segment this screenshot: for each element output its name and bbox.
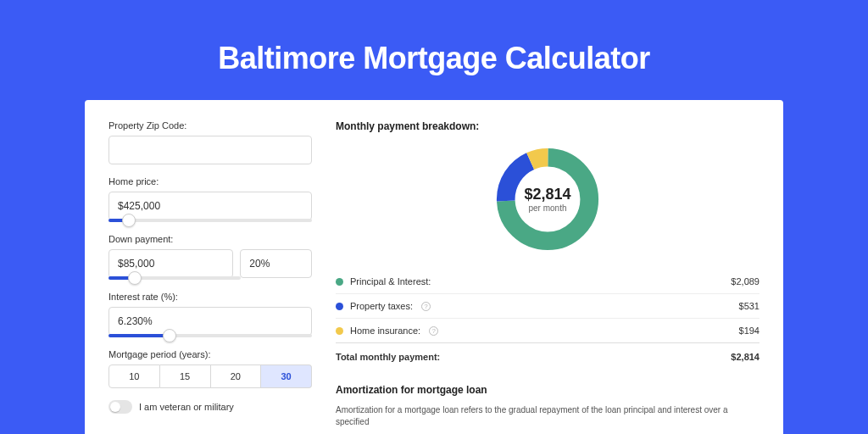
veteran-toggle[interactable] xyxy=(108,400,132,414)
zip-label: Property Zip Code: xyxy=(108,120,312,131)
home-price-input[interactable] xyxy=(108,192,312,220)
legend-label: Property taxes: xyxy=(350,301,413,311)
legend-row: Home insurance:?$194 xyxy=(336,318,760,342)
donut-center: $2,814 per month xyxy=(524,186,570,213)
period-field-group: Mortgage period (years): 10152030 xyxy=(108,349,312,388)
veteran-row: I am veteran or military xyxy=(108,400,312,414)
legend-dot-icon xyxy=(336,278,343,286)
interest-slider-thumb[interactable] xyxy=(163,329,176,342)
zip-input[interactable] xyxy=(108,136,312,164)
legend-row: Principal & Interest:$2,089 xyxy=(336,270,760,293)
period-button-30[interactable]: 30 xyxy=(261,364,312,388)
legend-dot-icon xyxy=(336,303,343,310)
legend-dot-icon xyxy=(336,327,343,335)
interest-slider[interactable] xyxy=(108,334,312,337)
amortization-text: Amortization for a mortgage loan refers … xyxy=(336,404,760,428)
down-payment-field-group: Down payment: xyxy=(108,234,312,280)
down-payment-input[interactable] xyxy=(108,249,233,278)
down-payment-slider-thumb[interactable] xyxy=(128,271,142,285)
home-price-slider[interactable] xyxy=(108,219,312,222)
period-label: Mortgage period (years): xyxy=(108,349,312,359)
zip-field-group: Property Zip Code: xyxy=(108,120,312,164)
legend-value: $2,089 xyxy=(731,276,760,287)
donut-wrap: $2,814 per month xyxy=(336,144,760,254)
interest-slider-fill xyxy=(108,334,170,337)
down-payment-slider[interactable] xyxy=(108,276,241,280)
page-title: Baltimore Mortgage Calculator xyxy=(85,41,783,76)
legend-total-value: $2,814 xyxy=(731,352,760,362)
legend-value: $194 xyxy=(739,326,760,336)
info-icon[interactable]: ? xyxy=(421,302,431,311)
legend-total-row: Total monthly payment: $2,814 xyxy=(336,342,760,369)
period-button-10[interactable]: 10 xyxy=(108,364,160,388)
down-payment-label: Down payment: xyxy=(108,234,312,244)
donut-amount: $2,814 xyxy=(524,186,570,203)
calculator-card: Property Zip Code: Home price: Down paym… xyxy=(85,100,783,434)
form-column: Property Zip Code: Home price: Down paym… xyxy=(108,120,312,434)
legend-label: Home insurance: xyxy=(350,326,420,336)
home-price-field-group: Home price: xyxy=(108,176,312,222)
breakdown-column: Monthly payment breakdown: $2,814 per mo… xyxy=(336,120,760,434)
veteran-label: I am veteran or military xyxy=(139,402,234,412)
donut-chart: $2,814 per month xyxy=(492,144,603,254)
home-price-slider-thumb[interactable] xyxy=(122,214,136,227)
donut-sub: per month xyxy=(524,203,570,213)
period-buttons: 10152030 xyxy=(108,364,312,388)
home-price-label: Home price: xyxy=(108,176,312,186)
amortization-heading: Amortization for mortgage loan xyxy=(336,384,760,396)
toggle-knob xyxy=(110,402,120,412)
legend-value: $531 xyxy=(739,301,760,311)
legend: Principal & Interest:$2,089Property taxe… xyxy=(336,270,760,342)
interest-field-group: Interest rate (%): xyxy=(108,292,312,337)
info-icon[interactable]: ? xyxy=(429,326,438,336)
period-button-15[interactable]: 15 xyxy=(160,364,211,388)
legend-label: Principal & Interest: xyxy=(350,276,431,287)
legend-row: Property taxes:?$531 xyxy=(336,293,760,318)
period-button-20[interactable]: 20 xyxy=(211,364,262,388)
amortization-section: Amortization for mortgage loan Amortizat… xyxy=(336,384,760,428)
breakdown-heading: Monthly payment breakdown: xyxy=(336,120,760,132)
interest-input[interactable] xyxy=(108,307,312,336)
down-payment-pct-input[interactable] xyxy=(240,249,312,278)
interest-label: Interest rate (%): xyxy=(108,292,312,302)
legend-total-label: Total monthly payment: xyxy=(336,352,440,362)
